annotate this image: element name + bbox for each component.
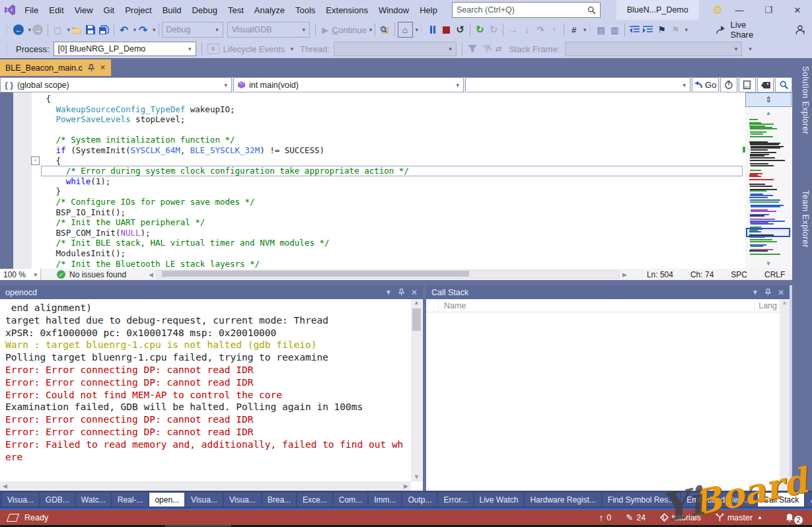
call-stack-dropdown-icon[interactable]: ▼ [752,289,758,296]
editor-splitter-handle[interactable]: ⇕ [745,92,792,107]
console-hscrollbar[interactable]: ◀▶ [0,481,411,491]
code-line[interactable]: /* System initialization function */ [41,135,743,145]
toolbar-overflow[interactable]: ▾ [416,26,419,33]
open-file-button[interactable] [70,22,84,37]
tab-close-icon[interactable]: ✕ [100,63,106,72]
home-button[interactable]: ⌂ [398,22,413,38]
line-indicator[interactable]: Ln: 504 [647,270,673,279]
pending-changes[interactable]: ✎24 [626,512,646,522]
column-lang[interactable]: Lang [754,301,777,310]
eol-indicator[interactable]: CRLF [764,270,785,279]
code-line[interactable]: { [41,94,743,104]
openocd-pin-icon[interactable] [398,289,404,296]
minimize-button[interactable]: — [725,0,754,20]
toolbar-grip[interactable] [7,24,9,36]
pin-icon[interactable] [88,64,95,71]
background-tasks-icon[interactable] [7,514,19,522]
code-text[interactable]: { WakeupSourceConfig_TypeDef wakeupIO; P… [41,94,743,269]
tab-error-[interactable]: Error... [438,493,472,507]
code-line[interactable]: BSP_IO_Init(); [41,207,743,218]
openocd-close-icon[interactable]: ✕ [411,288,418,297]
tab-embedded-mem-[interactable]: Embedded Mem... [681,493,757,507]
tab-com-[interactable]: Com... [334,493,367,507]
live-share-label[interactable]: Live Share [730,20,769,40]
tab-gdb-[interactable]: GDB... [40,493,75,507]
pending-push[interactable]: ↑0 [599,512,611,523]
tab-real-[interactable]: Real-... [112,493,149,507]
issues-status[interactable]: No issues found [69,270,126,279]
menu-view[interactable]: View [69,0,98,20]
go-button[interactable]: Go [692,77,719,92]
code-line[interactable]: /* Configure IOs for power save modes */ [41,197,743,207]
hscroll-right-icon[interactable]: ▶ [620,271,630,278]
code-line[interactable]: { [41,156,743,166]
breakpoints-dropdown[interactable]: ▾ [583,26,587,33]
continue-icon[interactable]: ▶ [318,22,332,37]
menu-tools[interactable]: Tools [290,0,320,20]
continue-dropdown[interactable]: ▾ [369,26,373,33]
side-tab-solution-explorer[interactable]: Solution Explorer [794,66,810,135]
menu-test[interactable]: Test [223,0,249,20]
continue-button[interactable]: Continue [332,25,367,35]
secondary-dropdown[interactable]: ▾ [465,77,690,92]
editor-hscrollbar[interactable] [156,270,620,279]
tab-exce-[interactable]: Exce... [297,493,332,507]
stop-debugging-button[interactable] [440,22,454,37]
code-line[interactable]: ModulesInit(); [41,248,743,259]
tab-visua-[interactable]: Visua... [2,493,39,507]
call-stack-pin-icon[interactable] [765,289,771,296]
hscroll-left-icon[interactable]: ◀ [146,271,156,278]
console-vscroll-thumb[interactable] [412,308,421,331]
feedback-gear-icon[interactable]: ⚙ [711,3,725,17]
menu-debug[interactable]: Debug [187,0,223,20]
document-list-dropdown-icon[interactable]: ▼ [764,4,772,15]
call-stack-vscrollbar[interactable]: ▲ [780,299,790,491]
search-input[interactable]: Search (Ctrl+Q) [452,2,601,18]
process-bar-grip[interactable] [7,43,9,55]
code-line[interactable]: PowerSaveLevels stopLevel; [41,114,743,125]
stack-frame-dropdown[interactable]: ▾ [565,42,742,56]
tab-live-watch[interactable]: Live Watch [474,493,524,507]
debug-toolbar-grip[interactable] [421,24,424,36]
save-button[interactable] [84,22,98,37]
step-over-button[interactable]: ↷ [534,22,548,37]
save-all-button[interactable] [97,22,111,37]
menu-analyze[interactable]: Analyze [249,0,290,20]
code-line[interactable]: /* Init the UART peripheral */ [41,217,743,228]
side-tab-team-explorer[interactable]: Team Explorer [794,190,810,248]
code-line[interactable]: } [41,186,743,197]
show-next-statement-button[interactable]: → [506,22,520,37]
new-file-button[interactable]: ▢ [51,22,65,37]
text-editor-overflow[interactable]: ▾ [685,26,688,33]
code-line[interactable]: BSP_COM_Init(NULL); [41,228,743,238]
restart-button[interactable]: ↺ [453,22,467,37]
repository-selector[interactable]: tutorials [660,513,701,522]
code-line[interactable]: /* Error during system clock configurati… [41,166,743,176]
notifications-bell[interactable]: 2 [785,510,803,524]
lifecycle-dropdown[interactable]: ▾ [291,46,294,52]
tab-watc-[interactable]: Watc... [76,493,111,507]
call-stack-column-headers[interactable]: Name Lang [426,299,780,312]
editor-options-gear-icon[interactable]: ⚙ [780,4,788,15]
column-name[interactable]: Name [444,301,466,310]
call-stack-title-bar[interactable]: Call Stack ▼ ✕ [426,285,790,299]
code-line[interactable] [41,125,743,135]
scope-dropdown[interactable]: { } (global scope) ▾ [0,77,232,92]
tab-hardware-regist-[interactable]: Hardware Regist... [525,493,601,507]
undo-button[interactable]: ↶ [117,22,131,37]
filter-clear-icon[interactable] [482,45,492,53]
menu-build[interactable]: Build [157,0,187,20]
panel-splitter[interactable] [0,280,812,285]
process-dropdown[interactable]: [0] BlueNRG_LP_Demo▾ [54,42,196,56]
menu-edit[interactable]: Edit [44,0,69,20]
code-line[interactable]: WakeupSourceConfig_TypeDef wakeupIO; [41,104,743,115]
tab-outp-[interactable]: Outp... [402,493,437,507]
navigate-window-button[interactable]: ▤ [594,22,608,37]
increase-indent-button[interactable] [641,22,655,37]
tab-ble-beacon-main[interactable]: BLE_Beacon_main.c ✕ [0,59,111,76]
break-all-button[interactable] [426,22,440,37]
code-line[interactable]: if (SystemInit(SYSCLK_64M, BLE_SYSCLK_32… [41,145,743,156]
lifecycle-events-button[interactable]: Lifecycle Events [223,44,285,54]
process-bar-overflow[interactable]: ▾ [749,46,752,52]
branch-selector[interactable]: master ▲ [716,513,762,522]
